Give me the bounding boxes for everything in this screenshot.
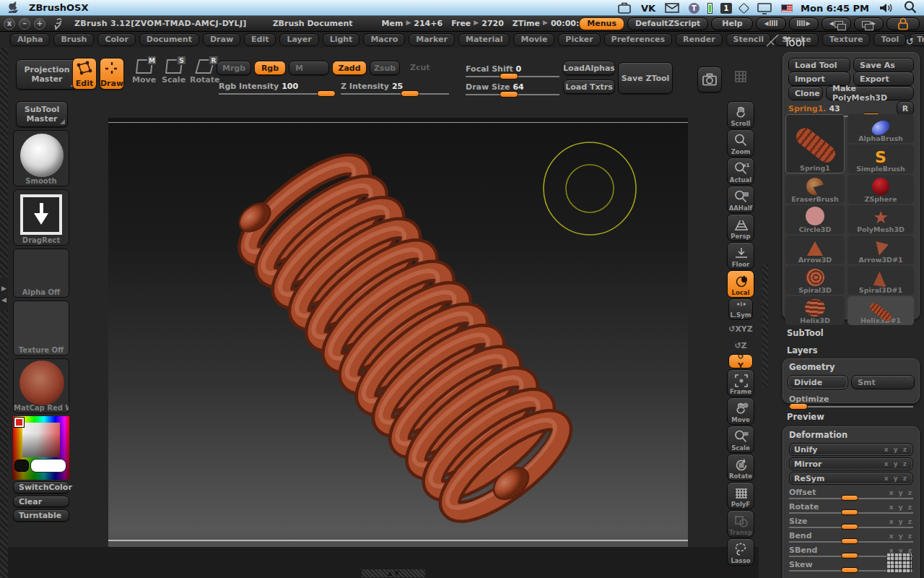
divide-button[interactable]: Divide — [788, 375, 848, 389]
document-canvas[interactable] — [108, 118, 688, 547]
tool-tile-alphabrush[interactable]: AlphaBrush — [847, 114, 914, 143]
menu-layer[interactable]: Layer — [279, 33, 318, 46]
minimize-window-button[interactable]: – — [19, 18, 30, 30]
menu-material[interactable]: Material — [458, 33, 510, 46]
rgb-button[interactable]: Rgb — [254, 61, 286, 75]
menu-bar-clock[interactable]: Mon 6:45 PM — [801, 3, 869, 14]
transparency-button[interactable]: Transp — [727, 510, 754, 538]
make-polymesh3d-button[interactable]: Make PolyMesh3D — [826, 86, 914, 100]
tool-tile-arrow3d1[interactable]: Arrow3D#1 — [847, 236, 914, 264]
size-slider[interactable]: Sizex y z — [789, 517, 913, 530]
preview-section-header[interactable]: Preview — [787, 412, 824, 422]
tool-tile-circle3d[interactable]: Circle3D — [785, 205, 845, 234]
mirror-button[interactable]: Mirror x y z — [789, 457, 913, 470]
menu-draw[interactable]: Draw — [203, 33, 240, 46]
menu-light[interactable]: Light — [323, 33, 360, 46]
polyframe-button[interactable]: PolyF — [727, 482, 754, 509]
clear-button[interactable]: Clear — [13, 496, 69, 507]
volume-icon[interactable] — [877, 1, 894, 14]
tool-tile-polymesh3d[interactable]: ★ PolyMesh3D — [847, 205, 914, 234]
default-zscript-button[interactable]: DefaultZScript — [627, 17, 708, 30]
offset-slider[interactable]: Offsetx y z — [789, 488, 913, 501]
perspective-button[interactable]: Persp — [727, 214, 754, 241]
active-tool-tile[interactable]: Spring1 — [785, 114, 845, 173]
active-app-name[interactable]: ZBrushOSX — [29, 2, 88, 13]
restore-configuration-icon[interactable]: ↺ — [906, 36, 914, 47]
smt-button[interactable]: Smt — [851, 375, 915, 389]
rotate-xyz-mode[interactable]: ↺XYZ — [727, 321, 754, 337]
snapshot-camera-button[interactable] — [697, 66, 722, 92]
tool-tile-spiral3d1[interactable]: Spiral3D#1 — [847, 266, 914, 295]
move-mode-button[interactable]: M Move — [132, 59, 156, 85]
rotate-slider[interactable]: Rotatex y z — [789, 502, 913, 515]
current-stroke-tile[interactable]: DragRect — [13, 189, 69, 246]
zadd-button[interactable]: Zadd — [332, 61, 367, 75]
subtool-master-button[interactable]: SubTool Master — [16, 101, 68, 127]
menu-marker[interactable]: Marker — [409, 33, 455, 46]
zoom-window-button[interactable]: + — [34, 18, 45, 30]
resym-button[interactable]: ReSym x y z — [789, 472, 913, 485]
tool-tile-simplebrush[interactable]: S SimpleBrush — [847, 144, 914, 173]
turntable-button[interactable]: Turntable — [13, 509, 69, 522]
rgb-intensity-slider[interactable]: Rgb Intensity 100 — [219, 78, 331, 95]
next-document-view-button[interactable]: ▶ — [854, 17, 884, 30]
current-color-swatch[interactable] — [14, 418, 24, 427]
menu-tool[interactable]: Tool — [873, 33, 906, 46]
lsym-button[interactable]: L.Sym — [728, 298, 753, 320]
projection-master-button[interactable]: Projection Master — [16, 59, 78, 90]
canvas-horizontal-scroll[interactable]: ▲▼ — [362, 569, 425, 577]
deformation-section-header[interactable]: Deformation — [789, 430, 847, 440]
menu-macro[interactable]: Macro — [363, 33, 405, 46]
keyboard-grid-icon[interactable] — [886, 553, 912, 573]
tool-tile-helix3d1-selected[interactable]: Helix3D#1 — [847, 296, 914, 325]
color-picker[interactable] — [13, 416, 69, 480]
menu-texture[interactable]: Texture — [822, 33, 871, 46]
menu-preferences[interactable]: Preferences — [604, 33, 672, 46]
previous-document-view-button[interactable]: ◀ — [821, 17, 851, 30]
close-window-button[interactable]: x — [4, 18, 15, 30]
current-texture-tile[interactable]: Texture Off — [13, 301, 69, 355]
floor-button[interactable]: Floor — [727, 242, 754, 269]
secondary-color-swatch[interactable] — [14, 460, 29, 472]
display-icon[interactable] — [756, 1, 773, 14]
save-as-button[interactable]: Save As — [853, 58, 914, 72]
local-pivot-button[interactable]: Local — [727, 270, 754, 298]
actual-size-button[interactable]: x1Actual — [727, 158, 754, 185]
unify-button[interactable]: Unify x y z — [789, 443, 913, 456]
rotate-y-mode[interactable]: ↺Y — [728, 354, 753, 368]
mrgb-button[interactable]: Mrgb — [217, 61, 251, 75]
load-textures-button[interactable]: Load Txtrs — [563, 79, 615, 94]
rotate-mode-button[interactable]: R Rotate — [190, 59, 219, 85]
help-button[interactable]: Help — [711, 17, 753, 30]
menu-color[interactable]: Color — [97, 33, 135, 46]
menu-alpha[interactable]: Alpha — [10, 33, 50, 46]
aahalf-button[interactable]: AAHalf — [727, 186, 754, 213]
current-material-tile[interactable]: MatCap Red Wa — [13, 358, 69, 413]
menu-render[interactable]: Render — [676, 33, 723, 46]
value-bar[interactable] — [30, 459, 66, 473]
left-tray-divider[interactable] — [0, 48, 8, 578]
menu-movie[interactable]: Movie — [513, 33, 554, 46]
tool-tile-spiral3d[interactable]: Spiral3D — [785, 266, 845, 295]
geometry-section-header[interactable]: Geometry — [789, 362, 835, 372]
menus-toggle-button[interactable]: Menus — [579, 17, 624, 30]
tool-tile-arrow3d[interactable]: Arrow3D — [785, 236, 845, 264]
lock-icon[interactable] — [886, 17, 920, 30]
us-flag-icon[interactable] — [781, 4, 793, 12]
tool-tile-eraserbrush[interactable]: EraserBrush — [785, 175, 845, 204]
r-quick-button[interactable]: R — [897, 101, 914, 116]
draw-mode-button[interactable]: Draw — [100, 58, 124, 90]
mail-icon[interactable] — [663, 1, 681, 14]
spotlight-icon[interactable] — [902, 1, 920, 14]
load-alphas-button[interactable]: LoadAlphas — [563, 61, 615, 75]
scale-3d-button[interactable]: Scale — [727, 426, 754, 453]
menu-brush[interactable]: Brush — [53, 33, 94, 46]
optimize-slider[interactable]: Optimize — [789, 391, 913, 407]
layers-section-header[interactable]: Layers — [787, 345, 818, 355]
undo-button[interactable]: ◀ — [756, 17, 785, 30]
briefcase-icon[interactable] — [616, 1, 633, 14]
bend-slider[interactable]: Bendx y z — [789, 531, 913, 544]
point-selection-grid-icon[interactable] — [732, 68, 749, 85]
current-brush-tile[interactable]: Smooth — [13, 130, 69, 186]
zoom-button[interactable]: Zoom — [727, 129, 754, 157]
